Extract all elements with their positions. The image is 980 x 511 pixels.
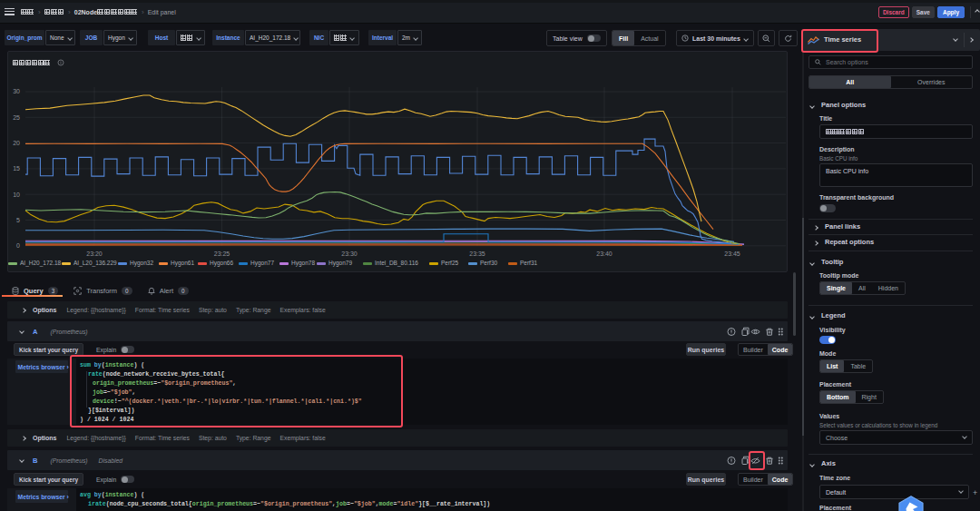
svg-text:25: 25 — [13, 114, 20, 121]
svg-text:15: 15 — [13, 165, 20, 172]
svg-text:30: 30 — [13, 88, 20, 94]
svg-text:23:20: 23:20 — [86, 251, 103, 257]
svg-text:5: 5 — [16, 217, 20, 223]
svg-text:23:45: 23:45 — [724, 251, 740, 257]
svg-text:23:40: 23:40 — [596, 251, 612, 257]
svg-text:10: 10 — [13, 192, 20, 198]
svg-text:23:30: 23:30 — [341, 251, 358, 257]
svg-text:0: 0 — [16, 242, 20, 249]
svg-text:23:25: 23:25 — [214, 251, 230, 257]
svg-text:23:35: 23:35 — [469, 251, 485, 257]
svg-text:20: 20 — [13, 140, 20, 146]
